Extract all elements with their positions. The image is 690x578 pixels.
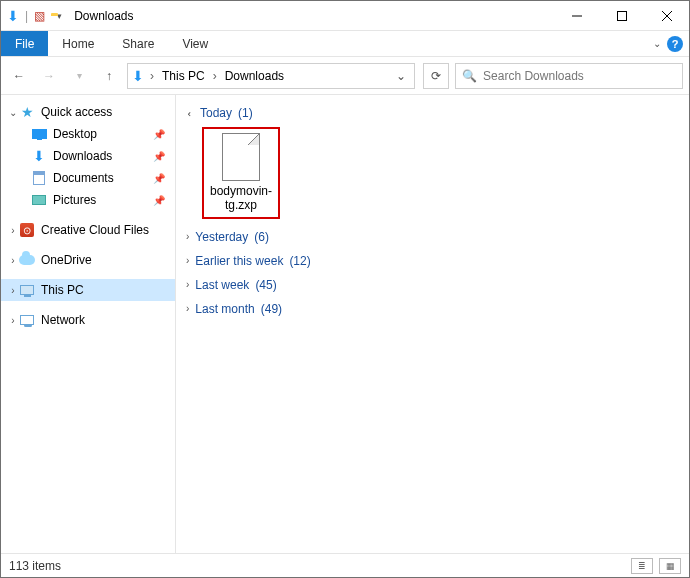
sidebar-item-downloads[interactable]: ·⬇ Downloads 📌	[1, 145, 175, 167]
qat-dropdown-icon[interactable]: ▾	[57, 11, 62, 21]
status-item-count: 113 items	[9, 559, 61, 573]
pictures-icon	[31, 192, 47, 208]
quick-access-toolbar: ⬇ | ▧ ▾	[1, 9, 68, 23]
group-contents-today: bodymovin-tg.zxp	[186, 125, 679, 225]
ribbon-tabs: File Home Share View ⌄ ?	[1, 31, 689, 57]
chevron-down-icon: ⌄	[186, 109, 197, 117]
search-input[interactable]	[483, 69, 676, 83]
breadcrumb-root[interactable]: This PC	[160, 69, 207, 83]
group-header-earlier-this-week[interactable]: › Earlier this week (12)	[186, 249, 679, 273]
tab-view[interactable]: View	[168, 31, 222, 56]
minimize-button[interactable]	[554, 1, 599, 31]
downloads-icon: ⬇	[31, 148, 47, 164]
qat-separator: |	[25, 9, 28, 23]
svg-rect-1	[617, 11, 626, 20]
sidebar-item-label: Quick access	[41, 105, 112, 119]
chevron-right-icon[interactable]: ›	[7, 315, 19, 326]
forward-button[interactable]: →	[37, 64, 61, 88]
sidebar-item-onedrive[interactable]: › OneDrive	[1, 249, 175, 271]
tab-home[interactable]: Home	[48, 31, 108, 56]
titlebar: ⬇ | ▧ ▾ Downloads	[1, 1, 689, 31]
chevron-right-icon[interactable]: ›	[7, 255, 19, 266]
view-details-button[interactable]: ≣	[631, 558, 653, 574]
recent-locations-button[interactable]: ▾	[67, 64, 91, 88]
view-large-icons-button[interactable]: ▦	[659, 558, 681, 574]
sidebar-item-label: Creative Cloud Files	[41, 223, 149, 237]
file-item[interactable]: bodymovin-tg.zxp	[202, 127, 280, 219]
this-pc-icon	[19, 282, 35, 298]
sidebar-item-label: This PC	[41, 283, 84, 297]
ribbon-collapse-icon[interactable]: ⌄	[653, 38, 661, 49]
group-label: Earlier this week	[195, 254, 283, 268]
chevron-right-icon: ›	[186, 231, 189, 242]
group-count: (1)	[238, 106, 253, 120]
close-button[interactable]	[644, 1, 689, 31]
search-box[interactable]: 🔍	[455, 63, 683, 89]
sidebar-item-label: Documents	[53, 171, 114, 185]
window-title: Downloads	[68, 9, 133, 23]
sidebar-item-label: Pictures	[53, 193, 96, 207]
pin-icon: 📌	[153, 151, 165, 162]
file-list[interactable]: ⌄ Today (1) bodymovin-tg.zxp › Yesterday…	[176, 95, 689, 553]
group-header-yesterday[interactable]: › Yesterday (6)	[186, 225, 679, 249]
sidebar-item-label: Downloads	[53, 149, 112, 163]
breadcrumb-current[interactable]: Downloads	[223, 69, 286, 83]
star-icon: ★	[19, 104, 35, 120]
group-count: (45)	[255, 278, 276, 292]
group-header-last-month[interactable]: › Last month (49)	[186, 297, 679, 321]
sidebar-item-label: Network	[41, 313, 85, 327]
pin-icon: 📌	[153, 173, 165, 184]
downloads-icon: ⬇	[7, 9, 19, 23]
navigation-pane: ⌄ ★ Quick access · Desktop 📌 ·⬇ Download…	[1, 95, 176, 553]
pin-icon: 📌	[153, 129, 165, 140]
network-icon	[19, 312, 35, 328]
search-icon: 🔍	[462, 69, 477, 83]
status-bar: 113 items ≣ ▦	[1, 553, 689, 577]
chevron-right-icon[interactable]: ›	[150, 69, 154, 83]
desktop-icon	[31, 126, 47, 142]
cloud-icon	[19, 252, 35, 268]
group-label: Today	[200, 106, 232, 120]
qat-properties-icon[interactable]: ▧	[34, 9, 45, 23]
chevron-right-icon[interactable]: ›	[7, 285, 19, 296]
tab-file[interactable]: File	[1, 31, 48, 56]
maximize-button[interactable]	[599, 1, 644, 31]
sidebar-item-label: OneDrive	[41, 253, 92, 267]
group-count: (12)	[289, 254, 310, 268]
sidebar-item-pictures[interactable]: · Pictures 📌	[1, 189, 175, 211]
group-header-last-week[interactable]: › Last week (45)	[186, 273, 679, 297]
sidebar-quick-access[interactable]: ⌄ ★ Quick access	[1, 101, 175, 123]
body: ⌄ ★ Quick access · Desktop 📌 ·⬇ Download…	[1, 95, 689, 553]
sidebar-item-documents[interactable]: · Documents 📌	[1, 167, 175, 189]
chevron-right-icon[interactable]: ›	[213, 69, 217, 83]
pin-icon: 📌	[153, 195, 165, 206]
chevron-right-icon: ›	[186, 255, 189, 266]
group-label: Yesterday	[195, 230, 248, 244]
chevron-down-icon[interactable]: ⌄	[7, 107, 19, 118]
file-icon	[222, 133, 260, 181]
address-downloads-icon: ⬇	[132, 69, 144, 83]
chevron-right-icon: ›	[186, 303, 189, 314]
up-button[interactable]: ↑	[97, 64, 121, 88]
chevron-right-icon[interactable]: ›	[7, 225, 19, 236]
sidebar-item-this-pc[interactable]: › This PC	[1, 279, 175, 301]
address-history-dropdown[interactable]: ⌄	[392, 69, 410, 83]
chevron-right-icon: ›	[186, 279, 189, 290]
group-label: Last week	[195, 278, 249, 292]
group-header-today[interactable]: ⌄ Today (1)	[186, 101, 679, 125]
refresh-button[interactable]: ⟳	[423, 63, 449, 89]
tab-share[interactable]: Share	[108, 31, 168, 56]
group-count: (49)	[261, 302, 282, 316]
sidebar-item-label: Desktop	[53, 127, 97, 141]
navigation-bar: ← → ▾ ↑ ⬇ › This PC › Downloads ⌄ ⟳ 🔍	[1, 57, 689, 95]
sidebar-item-creative-cloud[interactable]: › ⊙ Creative Cloud Files	[1, 219, 175, 241]
help-icon[interactable]: ?	[667, 36, 683, 52]
sidebar-item-network[interactable]: › Network	[1, 309, 175, 331]
document-icon	[31, 170, 47, 186]
group-label: Last month	[195, 302, 254, 316]
sidebar-item-desktop[interactable]: · Desktop 📌	[1, 123, 175, 145]
back-button[interactable]: ←	[7, 64, 31, 88]
creative-cloud-icon: ⊙	[19, 222, 35, 238]
group-count: (6)	[254, 230, 269, 244]
address-bar[interactable]: ⬇ › This PC › Downloads ⌄	[127, 63, 415, 89]
